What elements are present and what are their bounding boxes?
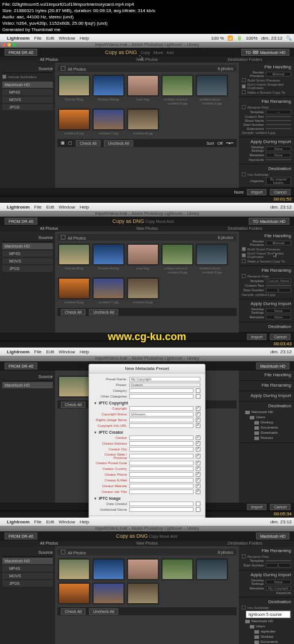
- file-renaming-header[interactable]: File Renaming: [242, 383, 291, 388]
- creator-web-check[interactable]: [196, 484, 200, 488]
- rename-files-check[interactable]: [242, 105, 246, 109]
- organize-select[interactable]: By original folders: [266, 177, 292, 185]
- render-previews-select[interactable]: Minimal: [266, 241, 292, 245]
- source-panel-header[interactable]: Source: [2, 234, 53, 242]
- thumb-4[interactable]: untitled shoot-2 ... untitled-8.jpg: [162, 75, 193, 106]
- thumb-2[interactable]: [93, 559, 124, 580]
- source-panel-header[interactable]: Source: [2, 373, 53, 381]
- template-select[interactable]: Custom Name: [266, 279, 292, 283]
- tree-documents[interactable]: Documents: [242, 425, 291, 430]
- thumb-7[interactable]: untitled-7.jpg: [93, 109, 124, 136]
- preset-select[interactable]: Custom: [129, 383, 200, 387]
- menu-edit[interactable]: Edit: [46, 349, 54, 354]
- thumb-2[interactable]: Florida Rising: [93, 244, 124, 275]
- copy-option[interactable]: Copy: [149, 534, 158, 538]
- subfolder-check[interactable]: [242, 606, 246, 610]
- no-dupes-check[interactable]: [242, 253, 246, 257]
- thumb-5[interactable]: untitled-shoot ... untitled-9.jpg: [196, 75, 227, 106]
- menu-file[interactable]: File: [34, 519, 42, 525]
- menu-help[interactable]: Help: [80, 349, 89, 354]
- creator-state-check[interactable]: [196, 454, 200, 458]
- source-mp4s[interactable]: MP4S: [2, 565, 53, 572]
- tab-new-photos[interactable]: New Photos: [98, 541, 196, 546]
- tree-downloads[interactable]: Downloads: [242, 430, 291, 435]
- extensions-select[interactable]: [266, 128, 292, 129]
- tree-hd[interactable]: Macintosh HD: [242, 410, 291, 415]
- thumb-3[interactable]: Low Key: [127, 75, 158, 106]
- copy-as-dng[interactable]: Copy as DNG: [113, 218, 145, 224]
- import-button[interactable]: Import: [247, 334, 266, 340]
- rename-files-check[interactable]: [242, 274, 246, 278]
- tab-all-photos[interactable]: All Photos: [0, 57, 98, 63]
- smart-previews-check[interactable]: [242, 78, 246, 82]
- creator-email-input[interactable]: [129, 478, 194, 483]
- move-option[interactable]: Move: [153, 51, 163, 55]
- tree-desktop[interactable]: Desktop: [242, 634, 291, 639]
- app-name[interactable]: Lightroom: [7, 205, 30, 210]
- thumb-4[interactable]: untitled shoot-2 ... untitled-8.jpg: [162, 244, 193, 275]
- minimize-icon[interactable]: [7, 43, 11, 47]
- intellectual-check[interactable]: [196, 507, 200, 512]
- to-badge[interactable]: TO Macintosh HD: [241, 49, 289, 56]
- tree-desktop[interactable]: Desktop: [242, 420, 291, 425]
- app-name[interactable]: Lightroom: [7, 36, 30, 41]
- apply-during-header[interactable]: Apply During Import: [242, 393, 291, 398]
- creator-state-input[interactable]: [129, 454, 194, 458]
- creator-email-check[interactable]: [196, 478, 200, 483]
- second-copy-check[interactable]: [242, 259, 246, 263]
- source-hd[interactable]: Macintosh HD: [2, 82, 53, 88]
- menu-help[interactable]: Help: [80, 205, 89, 210]
- thumb-8[interactable]: untitled-8.jpg: [127, 109, 158, 136]
- menu-help[interactable]: Help: [80, 519, 89, 525]
- second-copy-check[interactable]: [242, 90, 246, 94]
- thumb-1[interactable]: Florida Bldg: [59, 75, 90, 106]
- tab-new-photos[interactable]: New Photos: [98, 57, 196, 63]
- from-badge[interactable]: FROM DR-40: [5, 533, 37, 539]
- source-panel-header[interactable]: Source: [2, 549, 53, 557]
- cancel-button[interactable]: Cancel: [270, 504, 291, 510]
- shoot-name-input[interactable]: [266, 120, 292, 121]
- thumb-1[interactable]: [59, 559, 90, 580]
- cancel-button[interactable]: Cancel: [270, 334, 291, 340]
- thumb-8[interactable]: [127, 583, 158, 604]
- import-button[interactable]: Import: [247, 504, 266, 510]
- thumb-8[interactable]: untitled-8.jpg: [127, 278, 158, 304]
- tab-dest-folders[interactable]: Destination Folders: [196, 541, 294, 546]
- source-jpgs[interactable]: JPGS: [2, 265, 53, 272]
- develop-settings-select[interactable]: None: [266, 580, 292, 584]
- creator-phone-input[interactable]: [129, 472, 194, 477]
- to-badge[interactable]: Macintosh HD: [256, 363, 289, 369]
- creator-postal-input[interactable]: [129, 461, 194, 465]
- tree-pictures[interactable]: Pictures: [242, 435, 291, 441]
- destination-header[interactable]: Destination: [242, 166, 291, 171]
- source-mp4s[interactable]: MP4S: [2, 250, 53, 257]
- apply-during-header[interactable]: Apply During Import: [242, 301, 291, 306]
- thumb-3[interactable]: Low Key: [127, 244, 158, 275]
- menu-window[interactable]: Window: [59, 519, 75, 525]
- apply-during-header[interactable]: Apply During Import: [242, 139, 291, 144]
- metadata-select[interactable]: None: [266, 153, 292, 157]
- source-hd[interactable]: Macintosh HD: [2, 558, 53, 564]
- creator-city-check[interactable]: [196, 447, 200, 452]
- thumb-4[interactable]: [162, 559, 193, 580]
- custom-text-input[interactable]: [266, 116, 292, 117]
- source-movs[interactable]: MOVS: [2, 573, 53, 579]
- check-all-button[interactable]: Check All: [61, 402, 86, 408]
- metadata-select[interactable]: None: [266, 315, 292, 319]
- file-renaming-header[interactable]: File Renaming: [242, 99, 291, 104]
- no-dupes-check[interactable]: [242, 84, 246, 88]
- copyright-status-select[interactable]: Unknown: [129, 412, 194, 417]
- destination-header[interactable]: Destination: [242, 599, 291, 604]
- iptc-copyright-section[interactable]: ▼IPTC Copyright: [94, 401, 200, 405]
- keywords-input[interactable]: lightroom 5 course: [246, 611, 291, 618]
- intellectual-input[interactable]: [129, 507, 194, 512]
- menu-window[interactable]: Window: [59, 36, 75, 41]
- creator-phone-check[interactable]: [196, 472, 200, 477]
- file-handling-header[interactable]: File Handling: [242, 64, 291, 70]
- category-input[interactable]: [129, 388, 194, 393]
- subfolder-check[interactable]: [242, 172, 246, 176]
- other-cat-input[interactable]: [129, 394, 194, 399]
- select-all-check[interactable]: [61, 235, 65, 240]
- source-movs[interactable]: MOVS: [2, 258, 53, 264]
- creator-web-input[interactable]: [129, 484, 194, 488]
